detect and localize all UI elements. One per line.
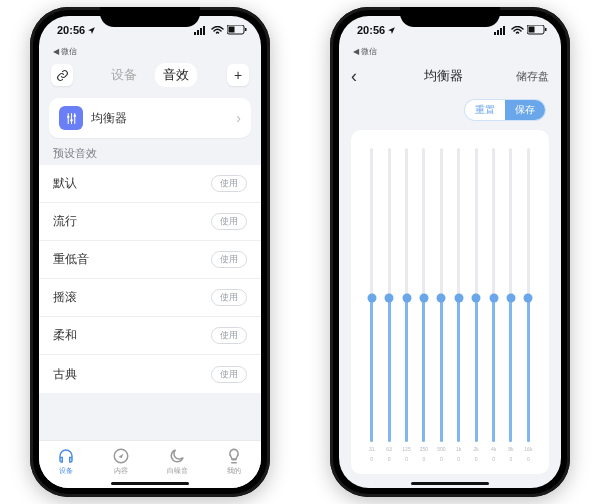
save-button[interactable]: 保存 <box>505 100 545 120</box>
tab-device[interactable]: 设备 <box>103 63 145 87</box>
eq-slider[interactable] <box>415 148 432 442</box>
preset-name: 摇滚 <box>53 289 211 306</box>
preset-row[interactable]: 重低音使用 <box>39 241 261 279</box>
wifi-icon <box>511 26 524 35</box>
preset-name: 柔和 <box>53 327 211 344</box>
use-button[interactable]: 使用 <box>211 366 247 383</box>
section-presets-label: 预设音效 <box>39 138 261 165</box>
phone-right: 20:56 ◀ 微信 ‹ 均衡器 储存盘 重置 保存 <box>330 7 570 497</box>
tabbar-content[interactable]: 内容 <box>112 447 130 476</box>
eq-slider[interactable] <box>380 148 397 442</box>
eq-slider[interactable] <box>520 148 537 442</box>
svg-point-7 <box>67 115 69 117</box>
battery-icon <box>227 25 247 35</box>
reset-save-toggle: 重置 保存 <box>465 100 545 120</box>
svg-rect-16 <box>529 27 535 33</box>
preset-row[interactable]: 摇滚使用 <box>39 279 261 317</box>
phone-left: 20:56 ◀ 微信 设备 音效 + <box>30 7 270 497</box>
signal-icon <box>194 26 208 35</box>
tabbar-noise[interactable]: 白噪音 <box>167 447 188 476</box>
equalizer-entry-label: 均衡器 <box>91 110 236 127</box>
eq-sliders <box>361 148 539 442</box>
eq-value-labels: 0000000000 <box>361 452 539 462</box>
eq-freq-labels: 31631252505001k2k4k8k16k <box>361 442 539 452</box>
use-button[interactable]: 使用 <box>211 327 247 344</box>
svg-rect-5 <box>229 27 235 33</box>
svg-rect-13 <box>500 28 502 35</box>
home-indicator[interactable] <box>411 482 489 485</box>
svg-point-8 <box>70 118 72 120</box>
bulb-icon <box>225 447 243 465</box>
eq-slider[interactable] <box>363 148 380 442</box>
back-button[interactable]: ‹ <box>351 66 371 87</box>
eq-slider[interactable] <box>398 148 415 442</box>
svg-rect-12 <box>497 30 499 35</box>
link-button[interactable] <box>51 64 73 86</box>
use-button[interactable]: 使用 <box>211 213 247 230</box>
use-button[interactable]: 使用 <box>211 251 247 268</box>
status-time: 20:56 <box>357 24 385 36</box>
add-button[interactable]: + <box>227 64 249 86</box>
return-to-app[interactable]: ◀ 微信 <box>339 44 561 58</box>
notch <box>400 7 500 27</box>
return-to-app[interactable]: ◀ 微信 <box>39 44 261 58</box>
eq-slider[interactable] <box>502 148 519 442</box>
svg-rect-14 <box>503 26 505 35</box>
svg-rect-17 <box>545 28 547 31</box>
location-icon <box>87 26 96 35</box>
equalizer-entry[interactable]: 均衡器 › <box>49 98 251 138</box>
location-icon <box>387 26 396 35</box>
preset-row[interactable]: 流行使用 <box>39 203 261 241</box>
use-button[interactable]: 使用 <box>211 175 247 192</box>
preset-row[interactable]: 默认使用 <box>39 165 261 203</box>
use-button[interactable]: 使用 <box>211 289 247 306</box>
svg-rect-3 <box>203 26 205 35</box>
svg-rect-11 <box>494 32 496 35</box>
notch <box>100 7 200 27</box>
svg-rect-6 <box>245 28 247 31</box>
compass-icon <box>112 447 130 465</box>
preset-name: 重低音 <box>53 251 211 268</box>
eq-slider[interactable] <box>433 148 450 442</box>
status-time: 20:56 <box>57 24 85 36</box>
wifi-icon <box>211 26 224 35</box>
reset-button[interactable]: 重置 <box>465 100 505 120</box>
svg-rect-0 <box>194 32 196 35</box>
svg-point-9 <box>73 114 75 116</box>
top-nav: 设备 音效 + <box>39 58 261 92</box>
tabbar-mine[interactable]: 我的 <box>225 447 243 476</box>
chevron-right-icon: › <box>236 110 241 126</box>
preset-row[interactable]: 柔和使用 <box>39 317 261 355</box>
home-indicator[interactable] <box>111 482 189 485</box>
eq-slider[interactable] <box>467 148 484 442</box>
svg-rect-1 <box>197 30 199 35</box>
sliders-icon <box>59 106 83 130</box>
headphones-icon <box>57 447 75 465</box>
tabbar-device[interactable]: 设备 <box>57 447 75 476</box>
eq-slider[interactable] <box>485 148 502 442</box>
signal-icon <box>494 26 508 35</box>
eq-panel: 31631252505001k2k4k8k16k 0000000000 <box>351 130 549 474</box>
eq-slider[interactable] <box>450 148 467 442</box>
preset-name: 流行 <box>53 213 211 230</box>
battery-icon <box>527 25 547 35</box>
preset-row[interactable]: 古典使用 <box>39 355 261 393</box>
top-nav: ‹ 均衡器 储存盘 <box>339 58 561 94</box>
preset-list: 默认使用流行使用重低音使用摇滚使用柔和使用古典使用 <box>39 165 261 393</box>
tab-bar: 设备 内容 白噪音 我的 <box>39 440 261 488</box>
link-icon <box>56 69 69 82</box>
tab-sound[interactable]: 音效 <box>155 63 197 87</box>
save-slot-button[interactable]: 储存盘 <box>516 69 549 84</box>
preset-name: 默认 <box>53 175 211 192</box>
moon-icon <box>168 447 186 465</box>
preset-name: 古典 <box>53 366 211 383</box>
page-title: 均衡器 <box>424 67 463 85</box>
svg-rect-2 <box>200 28 202 35</box>
